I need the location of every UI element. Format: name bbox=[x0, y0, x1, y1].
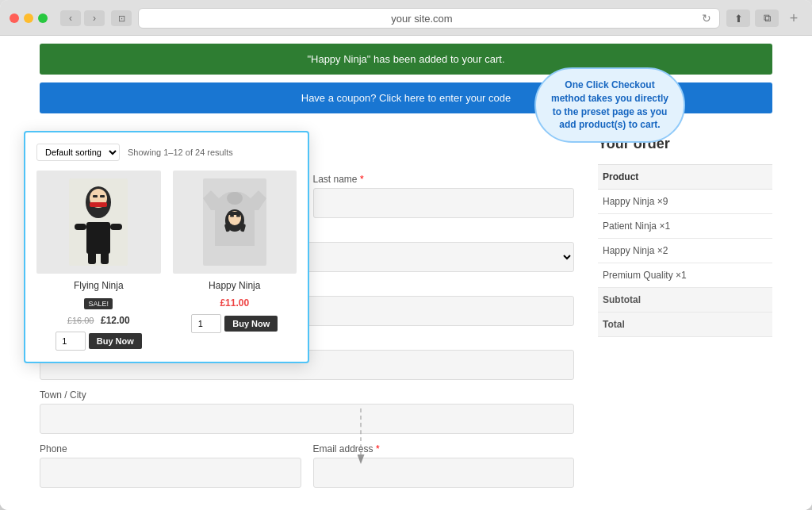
order-panel: Your order Product Happy Ninja bbox=[598, 136, 772, 497]
happy-ninja-name: Happy Ninja bbox=[173, 280, 297, 291]
product-popup: Default sorting Showing 1–12 of 24 resul… bbox=[24, 131, 309, 363]
email-label: Email address * bbox=[313, 443, 575, 454]
flying-ninja-buy-row: Buy Now bbox=[36, 332, 161, 351]
order-item-3: Happy Ninja ×2 bbox=[598, 239, 772, 263]
town-group: Town / City bbox=[40, 389, 574, 434]
total-value bbox=[756, 313, 772, 337]
order-subtotal-row: Subtotal bbox=[598, 288, 772, 313]
item-name-4: Premium Quality ×1 bbox=[598, 263, 756, 288]
flying-ninja-buy-button[interactable]: Buy Now bbox=[89, 333, 142, 349]
results-text: Showing 1–12 of 24 results bbox=[128, 148, 233, 157]
happy-ninja-buy-row: Buy Now bbox=[173, 314, 297, 333]
item-name-3: Happy Ninja ×2 bbox=[598, 239, 756, 263]
nav-buttons: ‹ › bbox=[60, 10, 105, 26]
item-price-1 bbox=[756, 190, 772, 214]
subtotal-col-header bbox=[756, 165, 772, 190]
address-bar[interactable]: your site.com ↻ bbox=[138, 8, 720, 29]
last-name-group: Last name * bbox=[313, 174, 575, 218]
town-label: Town / City bbox=[40, 389, 574, 401]
close-button[interactable] bbox=[10, 13, 19, 23]
item-name-2: Patient Ninja ×1 bbox=[598, 214, 756, 239]
url-text: your site.com bbox=[147, 13, 697, 25]
email-input[interactable] bbox=[313, 458, 575, 488]
share-button[interactable]: ⬆ bbox=[726, 10, 750, 27]
popup-controls: Default sorting Showing 1–12 of 24 resul… bbox=[36, 144, 297, 161]
item-price-4 bbox=[756, 263, 772, 288]
browser-window: ‹ › ⊡ your site.com ↻ ⬆ ⧉ + "Happy Ninja… bbox=[0, 0, 812, 510]
product-card-happy-ninja: Happy Ninja £11.00 Buy Now bbox=[173, 171, 297, 351]
svg-rect-3 bbox=[110, 224, 122, 230]
reader-button[interactable]: ⊡ bbox=[111, 10, 132, 26]
flying-ninja-name: Flying Ninja bbox=[36, 280, 161, 291]
svg-rect-8 bbox=[93, 195, 98, 197]
order-item-2: Patient Ninja ×1 bbox=[598, 214, 772, 239]
sort-select[interactable]: Default sorting bbox=[36, 144, 120, 161]
browser-chrome: ‹ › ⊡ your site.com ↻ ⬆ ⧉ + bbox=[0, 0, 812, 36]
happy-ninja-image bbox=[173, 171, 297, 274]
svg-rect-5 bbox=[101, 250, 109, 264]
svg-rect-4 bbox=[88, 250, 96, 264]
happy-ninja-price: £11.00 bbox=[173, 295, 297, 309]
happy-ninja-svg bbox=[199, 174, 270, 270]
tooltip-bubble: One Click Checkout method takes you dire… bbox=[534, 67, 685, 143]
order-item-1: Happy Ninja ×9 bbox=[598, 190, 772, 214]
svg-point-12 bbox=[227, 192, 243, 205]
subtotal-value bbox=[756, 288, 772, 313]
flying-ninja-qty[interactable] bbox=[56, 332, 86, 351]
new-tab-button[interactable]: + bbox=[785, 10, 802, 27]
subtotal-label: Subtotal bbox=[598, 288, 756, 313]
happy-ninja-qty[interactable] bbox=[191, 314, 221, 333]
total-label: Total bbox=[598, 313, 756, 337]
town-row: Town / City bbox=[40, 389, 574, 434]
phone-label: Phone bbox=[40, 443, 301, 454]
svg-rect-17 bbox=[228, 212, 241, 215]
product-header: Product bbox=[598, 165, 756, 190]
product-card-flying-ninja: Flying Ninja SALE! £16.00 £12.00 Buy Now bbox=[36, 171, 161, 351]
contact-row: Phone Email address * bbox=[40, 443, 574, 488]
last-name-label: Last name * bbox=[313, 174, 575, 185]
svg-rect-16 bbox=[236, 215, 240, 217]
phone-group: Phone bbox=[40, 443, 301, 488]
svg-rect-15 bbox=[230, 215, 234, 217]
item-name-1: Happy Ninja ×9 bbox=[598, 190, 756, 214]
refresh-button[interactable]: ↻ bbox=[702, 12, 711, 25]
last-name-input[interactable] bbox=[313, 188, 575, 218]
forward-button[interactable]: › bbox=[84, 10, 105, 26]
traffic-lights bbox=[10, 13, 48, 23]
svg-rect-2 bbox=[75, 224, 86, 230]
svg-rect-1 bbox=[86, 222, 110, 254]
browser-actions: ⬆ ⧉ bbox=[726, 10, 779, 27]
browser-content: "Happy Ninja" has been added to your car… bbox=[0, 36, 812, 510]
order-total-row: Total bbox=[598, 313, 772, 337]
svg-rect-10 bbox=[90, 202, 107, 207]
happy-ninja-buy-button[interactable]: Buy Now bbox=[224, 316, 278, 332]
svg-rect-9 bbox=[100, 195, 105, 197]
page-content: "Happy Ninja" has been added to your car… bbox=[0, 36, 812, 510]
maximize-button[interactable] bbox=[38, 13, 48, 23]
phone-input[interactable] bbox=[40, 458, 301, 488]
back-button[interactable]: ‹ bbox=[60, 10, 81, 26]
item-price-2 bbox=[756, 214, 772, 239]
products-grid: Flying Ninja SALE! £16.00 £12.00 Buy Now bbox=[36, 171, 297, 351]
order-table: Product Happy Ninja ×9 bbox=[598, 164, 772, 337]
flying-ninja-price: £16.00 £12.00 bbox=[36, 313, 161, 327]
town-input[interactable] bbox=[40, 404, 574, 434]
email-group: Email address * bbox=[313, 443, 575, 488]
item-price-3 bbox=[756, 239, 772, 263]
order-item-4: Premium Quality ×1 bbox=[598, 263, 772, 288]
flying-ninja-badge: SALE! bbox=[36, 295, 161, 313]
flying-ninja-image bbox=[36, 171, 161, 274]
minimize-button[interactable] bbox=[24, 13, 33, 23]
flying-ninja-svg bbox=[63, 174, 134, 270]
tabs-button[interactable]: ⧉ bbox=[755, 10, 779, 27]
